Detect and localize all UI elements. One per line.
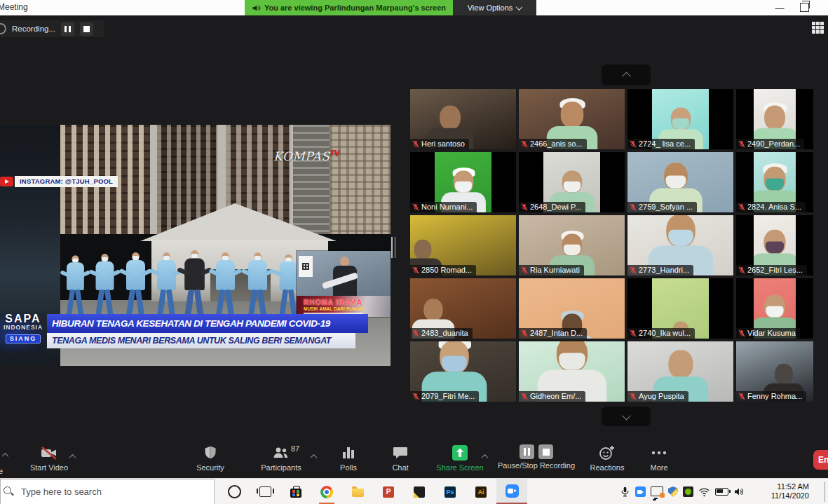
participant-tile[interactable]: 2773_Handri...	[627, 215, 733, 275]
participant-tile[interactable]: 2759_Sofyan ...	[627, 152, 733, 212]
participant-name: 2487_Intan D...	[530, 329, 583, 337]
windows-taskbar: Type here to search P Ps Ai	[0, 478, 828, 504]
mic-off-icon	[521, 140, 528, 148]
participant-nametag: 2740_Ika wul...	[627, 328, 695, 339]
share-screen-button[interactable]: Share Screen	[430, 444, 490, 472]
more-icon	[651, 444, 667, 461]
task-view-icon[interactable]	[250, 479, 280, 504]
restore-window-button[interactable]	[800, 3, 809, 12]
participant-tile[interactable]: Vidar Kusuma	[736, 278, 813, 339]
participant-nametag: Fenny Rohma...	[736, 391, 806, 402]
kompas-tv-logo: KOMPASTV	[273, 149, 339, 163]
pause-stop-recording-button[interactable]: Pause/Stop Recording	[491, 444, 582, 470]
minimize-button[interactable]: —	[770, 0, 789, 15]
participant-tile[interactable]: Ayug Puspita	[627, 341, 733, 402]
participant-tile[interactable]: Ria Kurniawati	[519, 215, 625, 275]
volume-icon[interactable]	[733, 486, 745, 497]
participant-nametag: 2724_ lisa ce...	[627, 139, 695, 149]
participant-tile[interactable]: 2652_Fitri Les...	[736, 215, 813, 275]
illustrator-icon[interactable]: Ai	[466, 479, 496, 504]
mic-off-icon	[738, 393, 745, 400]
participants-chevron-icon[interactable]	[311, 454, 318, 461]
participant-nametag: 2490_Perdan...	[736, 139, 804, 149]
zoom-tray-icon[interactable]	[635, 486, 646, 497]
participant-nametag: Gidheon Em/...	[519, 391, 585, 402]
participant-nametag: 2648_Dewi P...	[519, 202, 585, 212]
panel-resize-handle[interactable]	[391, 237, 397, 258]
shield-icon	[203, 444, 218, 461]
grid-view-icon[interactable]	[812, 22, 825, 35]
chat-button[interactable]: Chat	[379, 444, 421, 472]
participant-tile[interactable]: 2466_anis so...	[519, 89, 625, 149]
stop-icon[interactable]	[538, 444, 553, 459]
photoshop-icon[interactable]: Ps	[435, 479, 466, 504]
scroll-up-button[interactable]	[602, 64, 651, 86]
start-video-button[interactable]: Start Video	[21, 444, 77, 472]
audio-button-label-cut[interactable]: e	[0, 467, 3, 475]
participant-tile[interactable]: Fenny Rohma...	[736, 341, 813, 402]
reactions-button[interactable]: Reactions	[584, 444, 630, 472]
polls-icon	[341, 444, 356, 461]
zoom-app-icon[interactable]	[496, 479, 527, 504]
share-screen-icon	[452, 444, 468, 461]
stop-recording-button[interactable]	[80, 22, 93, 36]
mic-off-icon	[521, 266, 528, 274]
taskbar-clock[interactable]: 11:52 AM 11/14/2020	[761, 482, 809, 500]
audio-options-chevron-icon[interactable]	[2, 453, 9, 460]
participant-nametag: 2466_anis so...	[519, 139, 587, 149]
screenshare-tray-icon[interactable]	[651, 486, 663, 496]
participants-button[interactable]: 87 Participants	[252, 444, 310, 472]
participant-name: Vidar Kusuma	[747, 329, 796, 337]
scroll-down-button[interactable]	[602, 407, 651, 426]
security-button[interactable]: Security	[184, 444, 237, 472]
nvidia-tray-icon[interactable]	[683, 486, 693, 497]
participants-icon	[272, 444, 290, 461]
meeting-toolbar: e Start Video Security	[0, 442, 828, 478]
cortana-icon[interactable]	[219, 479, 250, 504]
participant-tile[interactable]: 2724_ lisa ce...	[627, 89, 733, 149]
viewing-screen-banner: You are viewing Parlindungan Marpaung's …	[245, 0, 453, 15]
more-button[interactable]: More	[637, 444, 681, 472]
mic-off-icon	[738, 140, 745, 148]
rhoma-irama-pip: RHOMA IRAMA MUSIK AMAL DARI RUMAH	[297, 251, 391, 317]
participant-tile[interactable]: 2648_Dewi P...	[519, 152, 625, 212]
wifi-icon[interactable]	[698, 487, 710, 497]
pause-recording-button[interactable]	[61, 22, 74, 36]
participant-tile[interactable]: Noni Nurnani...	[410, 152, 516, 212]
participant-tile[interactable]: 2740_Ika wul...	[627, 278, 733, 339]
instagram-banner-text: INSTAGRAM: @TJUH_POOL	[20, 177, 113, 185]
participant-tile[interactable]: 2483_duanita	[410, 278, 516, 339]
mic-off-icon	[738, 266, 745, 274]
mic-tray-icon[interactable]	[620, 486, 630, 498]
pause-icon[interactable]	[520, 444, 534, 459]
notes-app-icon[interactable]	[404, 479, 435, 504]
mic-off-icon	[738, 203, 745, 211]
polls-button[interactable]: Polls	[327, 444, 369, 472]
recording-label: Recording...	[12, 25, 55, 33]
participant-name: Gidheon Em/...	[530, 392, 581, 400]
chrome-icon[interactable]	[311, 479, 342, 504]
defender-tray-icon[interactable]	[668, 486, 678, 497]
show-desktop-button[interactable]	[824, 482, 828, 502]
store-icon[interactable]	[280, 479, 311, 504]
powerpoint-icon[interactable]: P	[373, 479, 404, 504]
search-input[interactable]: Type here to search	[0, 479, 215, 504]
file-explorer-icon[interactable]	[342, 479, 373, 504]
participant-name: 2824. Anisa S...	[747, 203, 801, 211]
news-subheadline: TENAGA MEDIS MENARI BERSAMA UNTUK SALING…	[47, 333, 355, 348]
participant-tile[interactable]: 2487_Intan D...	[519, 278, 625, 339]
end-button[interactable]: En	[813, 450, 828, 470]
participant-tile[interactable]: 2079_Fitri Me...	[410, 341, 516, 402]
participants-grid: Heri santoso2466_anis so...2724_ lisa ce…	[410, 89, 813, 402]
participant-tile[interactable]: 2850 Romad...	[410, 215, 516, 275]
participant-name: 2773_Handri...	[639, 266, 689, 274]
view-options-button[interactable]: View Options	[453, 0, 536, 15]
participant-tile[interactable]: Gidheon Em/...	[519, 341, 625, 402]
participants-count: 87	[291, 444, 299, 453]
participant-tile[interactable]: 2824. Anisa S...	[736, 152, 813, 212]
battery-icon[interactable]	[715, 488, 728, 496]
participant-nametag: Heri santoso	[410, 139, 469, 149]
participant-tile[interactable]: 2490_Perdan...	[736, 89, 813, 149]
participant-name: 2648_Dewi P...	[530, 203, 581, 211]
participant-tile[interactable]: Heri santoso	[410, 89, 516, 149]
